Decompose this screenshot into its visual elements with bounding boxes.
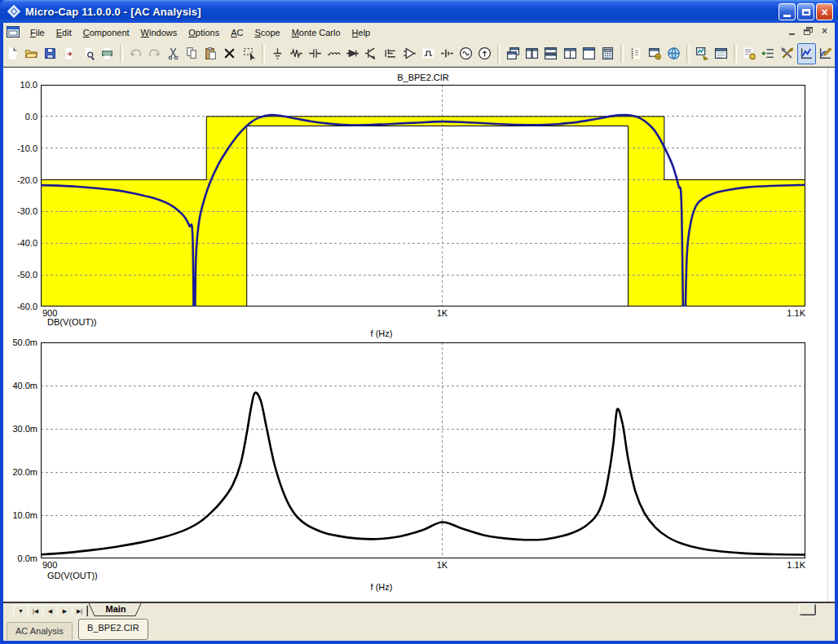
y-tick-label: 50.0m [2, 337, 37, 347]
capacitor-button[interactable] [306, 43, 324, 64]
npn-transistor-button[interactable] [362, 43, 381, 64]
maximize-window-icon [582, 46, 596, 60]
menu-file[interactable]: File [24, 26, 51, 39]
tile-vertical-icon [525, 46, 539, 60]
current-source-button[interactable] [475, 43, 494, 64]
resistor-button[interactable] [287, 43, 306, 64]
paste-button[interactable] [201, 43, 220, 64]
mdi-minimize-button[interactable] [785, 24, 799, 37]
y-tick-label: -10.0 [2, 143, 37, 153]
y-tick-label: 10.0m [2, 510, 37, 520]
menu-items: FileEditComponentWindowsOptionsACScopeMo… [24, 24, 376, 39]
save-file-icon [43, 46, 57, 60]
y-tick-label: 10.0 [2, 80, 37, 90]
micro-cap-window: { "window": { "title": "Micro-Cap 11.0.0… [0, 0, 838, 644]
probe-button[interactable] [816, 43, 835, 64]
print-preview-icon [82, 46, 95, 60]
current-source-icon [478, 46, 492, 60]
print-icon [100, 46, 114, 60]
component-editor-icon [648, 46, 662, 60]
diode-button[interactable] [343, 43, 362, 64]
x-tick-label: 900 [42, 560, 57, 570]
model-editor-button[interactable] [740, 43, 759, 64]
menu-windows[interactable]: Windows [135, 26, 183, 39]
minimize-button[interactable] [778, 3, 796, 20]
mdi-restore-icon [804, 27, 813, 35]
web-globe-button[interactable] [664, 43, 683, 64]
npn-transistor-icon [364, 46, 378, 60]
probe-icon [818, 46, 832, 60]
menu-monte-carlo[interactable]: Monte Carlo [286, 26, 346, 39]
optimizer-button[interactable] [778, 43, 796, 64]
opamp-button[interactable] [400, 43, 419, 64]
maximize-window-button[interactable] [580, 43, 598, 64]
cascade-windows-button[interactable] [504, 43, 523, 64]
page-tab-main[interactable]: Main [88, 603, 143, 616]
document-system-icon[interactable] [7, 26, 20, 37]
delete-button[interactable] [220, 43, 239, 64]
print-preview-button[interactable] [79, 43, 98, 64]
sine-source-button[interactable] [456, 43, 475, 64]
menu-ac[interactable]: AC [225, 26, 249, 39]
menu-options[interactable]: Options [183, 26, 225, 39]
tab-b-bpe2-cir[interactable]: B_BPE2.CIR [78, 619, 148, 640]
menu-scope[interactable]: Scope [249, 26, 285, 39]
open-file-button[interactable] [22, 43, 41, 64]
notebook-button[interactable] [627, 43, 646, 64]
inductor-button[interactable] [324, 43, 343, 64]
y-tick-label: -30.0 [2, 206, 37, 216]
web-globe-icon [667, 46, 681, 60]
calculator-button[interactable] [598, 43, 617, 64]
mdi-restore-button[interactable] [801, 24, 815, 37]
x-tick-label: 1K [417, 560, 466, 570]
tile-horizontal-button[interactable] [541, 43, 560, 64]
y-tick-label: 40.0m [2, 381, 37, 390]
select-region-button[interactable] [240, 43, 258, 64]
redo-button[interactable] [145, 43, 164, 64]
plot-frame [42, 343, 805, 558]
toolbar [3, 41, 835, 67]
mosfet-button[interactable] [381, 43, 399, 64]
mdi-close-button[interactable]: × [818, 24, 831, 37]
x-tick-label: 1.1K [756, 308, 805, 318]
menu-edit[interactable]: Edit [51, 26, 77, 39]
document-tab-bar: AC Analysis B_BPE2.CIR [3, 616, 835, 641]
print-button[interactable] [98, 43, 117, 64]
run-analysis-button[interactable] [693, 43, 712, 64]
maximize-button[interactable] [797, 3, 814, 20]
cut-button[interactable] [164, 43, 183, 64]
diode-icon [346, 46, 359, 60]
new-file-button[interactable] [3, 43, 22, 64]
menu-help[interactable]: Help [346, 26, 377, 39]
close-icon: × [821, 7, 827, 18]
battery-icon [440, 46, 454, 60]
redo-icon [148, 46, 161, 60]
split-window-button[interactable] [560, 43, 579, 64]
battery-button[interactable] [438, 43, 456, 64]
scrollbar-thumb[interactable] [799, 603, 815, 615]
toolbar-separator [497, 45, 501, 63]
copy-button[interactable] [183, 43, 201, 64]
revert-file-button[interactable] [60, 43, 78, 64]
gain-plot[interactable] [41, 85, 805, 307]
app-icon [6, 3, 22, 20]
optimizer-icon [780, 46, 794, 60]
stepping-button[interactable] [759, 43, 778, 64]
analysis-window-button[interactable] [712, 43, 730, 64]
title-bar[interactable]: Micro-Cap 11.0.0.0 - [AC Analysis] × [0, 0, 838, 23]
group-delay-plot[interactable] [41, 342, 805, 558]
undo-button[interactable] [126, 43, 145, 64]
ground-button[interactable] [268, 43, 287, 64]
menu-component[interactable]: Component [77, 26, 135, 39]
tab-ac-analysis[interactable]: AC Analysis [7, 622, 73, 640]
y-tick-label: 20.0m [2, 467, 37, 477]
tile-vertical-button[interactable] [523, 43, 541, 64]
close-button[interactable]: × [816, 3, 833, 20]
component-editor-button[interactable] [646, 43, 664, 64]
save-file-button[interactable] [41, 43, 60, 64]
delete-icon [223, 46, 236, 60]
split-window-icon [563, 46, 577, 60]
maximize-icon [802, 9, 810, 15]
pulse-source-button[interactable] [419, 43, 438, 64]
analysis-plot-button[interactable] [797, 43, 816, 64]
